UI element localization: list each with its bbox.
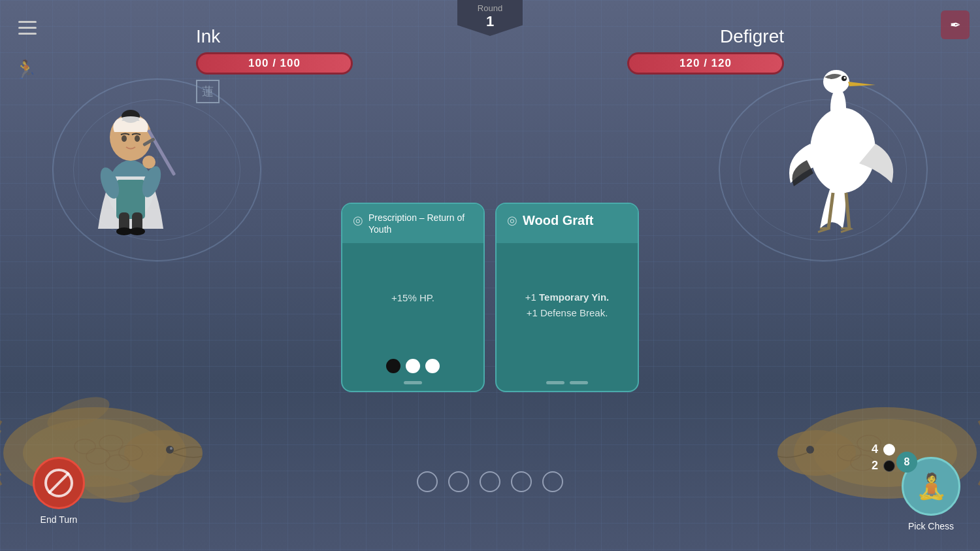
card-wood-graft-dots [497,367,638,377]
round-label: Round [478,3,502,13]
card-wood-graft[interactable]: ◎ Wood Graft +1 Temporary Yin.+1 Defense… [495,203,639,392]
card-dot-2 [406,359,420,373]
player-defigret-hp-bar: 120 / 120 [627,52,784,75]
special-symbol: 蓮 [196,80,220,103]
card-prescription[interactable]: ◎ Prescription – Return of Youth +15% HP… [341,203,485,392]
card-wood-graft-footer [497,377,638,391]
card-prescription-icon: ◎ [353,213,363,227]
svg-rect-20 [116,180,145,219]
card-prescription-title: Prescription – Return of Youth [368,212,473,235]
character-ink [65,85,196,235]
slot-4 [511,471,532,492]
end-turn-label: End Turn [41,514,78,525]
bottom-card-slots [417,471,563,492]
svg-point-11 [170,447,172,450]
character-defigret [771,65,902,235]
player-defigret-hp-text: 120 / 120 [679,57,732,70]
card-dash-1 [404,381,422,384]
svg-point-18 [806,446,814,454]
svg-point-24 [135,135,140,142]
hamburger-line-1 [18,21,37,23]
card-wood-graft-header: ◎ Wood Graft [497,204,638,243]
round-number: 1 [486,13,494,30]
slot-5 [542,471,563,492]
player-ink-hp-bar: 100 / 100 [196,52,353,75]
hamburger-line-3 [18,33,37,35]
card-prescription-description: +15% HP. [391,290,434,306]
pick-chess-label: Pick Chess [908,521,954,531]
player-defigret-name: Defigret [720,26,784,47]
count-white-dot [883,444,895,456]
svg-point-10 [166,446,174,454]
cards-area: ◎ Prescription – Return of Youth +15% HP… [341,203,639,392]
card-dash-2 [546,381,564,384]
card-wood-graft-body: +1 Temporary Yin.+1 Defense Break. [497,243,638,367]
count-row-white: 4 [872,442,895,456]
svg-line-40 [846,193,849,229]
slot-2 [448,471,469,492]
card-wood-graft-title: Wood Graft [523,212,594,229]
svg-point-2 [124,430,203,476]
no-icon [44,469,73,497]
svg-point-33 [129,227,145,235]
player-ink-name: Ink [196,26,353,47]
svg-point-36 [823,70,849,93]
card-dot-3 [425,359,440,373]
svg-point-35 [830,88,846,127]
card-prescription-footer [342,377,483,391]
round-indicator: Round 1 [457,0,523,36]
round-pentagon: Round 1 [457,0,523,36]
end-turn-button[interactable]: End Turn [33,457,85,525]
svg-point-14 [777,430,856,476]
card-wood-graft-description: +1 Temporary Yin.+1 Defense Break. [525,290,610,321]
end-turn-circle [33,457,85,509]
pick-chess-badge: 8 [896,452,917,473]
running-icon: 🏃 [14,59,37,80]
count-black-dot [883,460,895,472]
card-prescription-dots [342,352,483,377]
svg-point-29 [142,156,155,169]
hamburger-line-2 [18,27,37,29]
count-indicators: 4 2 [872,442,895,473]
koi-left-decoration [0,368,209,512]
count-row-black: 2 [872,459,895,473]
player-defigret-info: Defigret 120 / 120 [627,26,784,75]
player-ink-hp-text: 100 / 100 [248,57,301,70]
card-prescription-header: ◎ Prescription – Return of Youth [342,204,483,243]
count-black-value: 2 [872,459,878,473]
svg-point-38 [844,77,846,79]
card-dot-1 [386,359,400,373]
hamburger-menu-button[interactable] [13,13,42,42]
player-ink-info: Ink 100 / 100 蓮 [196,26,353,103]
settings-button[interactable]: ✒ [941,10,970,39]
card-wood-graft-icon: ◎ [507,213,517,227]
card-dash-3 [570,381,588,384]
count-white-value: 4 [872,442,878,456]
svg-point-23 [122,135,127,142]
slot-3 [480,471,500,492]
pick-chess-button[interactable]: 🧘 8 Pick Chess [902,457,960,531]
card-prescription-body: +15% HP. [342,243,483,352]
slot-1 [417,471,438,492]
